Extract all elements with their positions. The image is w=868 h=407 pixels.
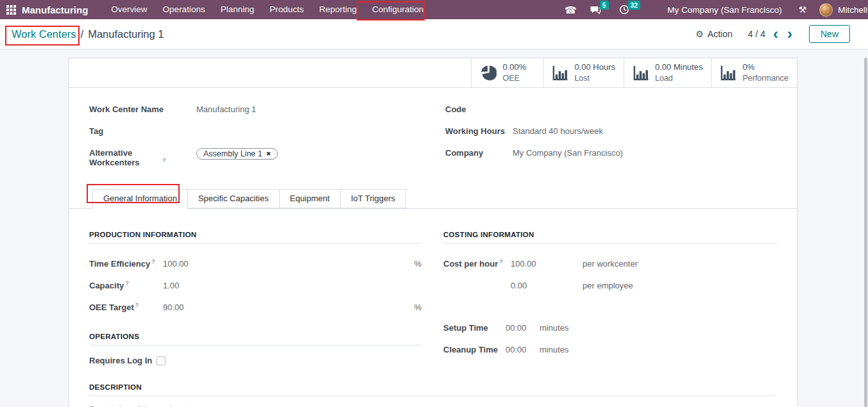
apps-menu-icon[interactable]	[6, 5, 16, 15]
top-navbar: Manufacturing Overview Operations Planni…	[0, 0, 868, 19]
stat-label: Lost	[574, 73, 615, 83]
field-label: Capacity?	[89, 280, 163, 290]
breadcrumb: Work Centers / Manufacturing 1	[12, 28, 164, 40]
field-oee-target: OEE Target? 90.00 %	[89, 301, 421, 313]
breadcrumb-separator: /	[81, 28, 84, 40]
field-label: Cleanup Time	[443, 345, 506, 354]
company-input[interactable]: My Company (San Francisco)	[513, 148, 623, 158]
messages-badge: 5	[600, 1, 609, 10]
pager: 4 / 4 ‹ ›	[748, 29, 794, 39]
setup-time-input[interactable]: 00:00	[506, 323, 540, 333]
menu-reporting[interactable]: Reporting	[311, 0, 364, 19]
section-divider	[89, 345, 421, 345]
requires-log-in-checkbox[interactable]	[157, 356, 166, 365]
field-label: Work Center Name	[89, 104, 196, 114]
form-sheet: 0.00% OEE 0.00 Hours Lost	[69, 58, 797, 407]
notebook-tabs: General Information Specific Capacities …	[69, 189, 797, 209]
menu-operations[interactable]: Operations	[155, 0, 213, 19]
unit-suffix: %	[414, 259, 421, 269]
field-label: Cost per hour?	[443, 258, 511, 269]
description-textarea[interactable]: Description of the work center...	[89, 404, 776, 407]
field-label: Tag	[89, 126, 196, 136]
help-icon: ?	[162, 157, 166, 163]
unit-label: minutes	[540, 345, 569, 354]
stat-button-lost[interactable]: 0.00 Hours Lost	[543, 58, 624, 87]
gear-icon: ⚙	[695, 29, 704, 39]
field-cost-per-employee: 0.00 per employee	[443, 279, 777, 292]
stat-button-oee[interactable]: 0.00% OEE	[471, 58, 543, 87]
operations-heading: OPERATIONS	[89, 333, 421, 340]
help-icon: ?	[499, 258, 503, 265]
field-label: Working Hours	[445, 126, 513, 136]
field-tag: Tag	[89, 126, 423, 140]
working-hours-input[interactable]: Standard 40 hours/week	[513, 126, 603, 136]
stat-button-load[interactable]: 0.00 Minutes Load	[624, 58, 711, 87]
unit-label: per workcenter	[583, 259, 638, 269]
menu-configuration[interactable]: Configuration	[364, 0, 431, 19]
menu-overview[interactable]: Overview	[103, 0, 155, 19]
stat-button-bar: 0.00% OEE 0.00 Hours Lost	[69, 58, 797, 88]
help-icon: ?	[135, 302, 139, 308]
field-time-efficiency: Time Efficiency? 100.00 %	[89, 257, 421, 270]
field-label: Code	[445, 104, 513, 114]
action-label: Action	[708, 29, 733, 39]
field-label: Requires Log In	[89, 356, 157, 365]
control-panel: Work Centers / Manufacturing 1 ⚙ Action …	[0, 19, 868, 49]
menu-planning[interactable]: Planning	[213, 0, 262, 19]
company-switcher[interactable]: My Company (San Francisco)	[667, 5, 782, 15]
activities-clock-icon[interactable]: 32	[619, 4, 642, 15]
work-center-name-input[interactable]: Manufacturing 1	[196, 104, 256, 114]
unit-label: minutes	[540, 323, 569, 333]
tab-iot-triggers[interactable]: IoT Triggers	[341, 189, 406, 208]
bar-chart-icon	[720, 65, 736, 81]
stat-label: Load	[655, 73, 702, 83]
tab-equipment[interactable]: Equipment	[280, 189, 341, 208]
tab-general-information[interactable]: General Information	[92, 189, 188, 209]
stat-button-performance[interactable]: 0% Performance	[711, 58, 797, 87]
pager-previous-icon[interactable]: ‹	[772, 29, 779, 38]
section-divider	[89, 243, 421, 244]
stat-value: 0%	[742, 62, 788, 73]
field-company: Company My Company (San Francisco)	[445, 148, 779, 162]
field-alternative-workcenters: Alternative Workcenters? Assembly Line 1…	[89, 148, 423, 167]
pager-value[interactable]: 4 / 4	[748, 29, 765, 39]
field-label: Company	[445, 148, 513, 158]
app-name[interactable]: Manufacturing	[22, 4, 88, 15]
action-menu-button[interactable]: ⚙ Action	[695, 29, 732, 39]
alternative-workcenter-tag[interactable]: Assembly Line 1 ✖	[196, 148, 278, 160]
production-information-heading: PRODUCTION INFORMATION	[89, 231, 421, 238]
time-efficiency-input[interactable]: 100.00	[163, 259, 414, 269]
user-name[interactable]: Mitchell Admin	[838, 5, 868, 15]
stat-value: 0.00 Minutes	[655, 62, 702, 73]
bar-chart-icon	[552, 65, 568, 81]
cost-per-workcenter-input[interactable]: 100.00	[511, 259, 583, 269]
costing-information-heading: COSTING INFORMATION	[443, 231, 777, 238]
messages-icon[interactable]: 5	[590, 5, 610, 15]
field-cleanup-time: Cleanup Time 00:00 minutes	[443, 343, 777, 356]
field-work-center-name: Work Center Name Manufacturing 1	[89, 104, 423, 118]
pie-chart-icon	[480, 65, 497, 81]
activities-badge: 32	[628, 1, 641, 10]
voip-phone-icon[interactable]: ☎	[565, 5, 577, 15]
vertical-scrollbar[interactable]	[864, 58, 867, 407]
new-button[interactable]: New	[809, 25, 850, 43]
content-area: 0.00% OEE 0.00 Hours Lost	[0, 50, 868, 407]
menu-products[interactable]: Products	[262, 0, 311, 19]
field-code: Code	[445, 104, 779, 118]
field-label: Alternative Workcenters?	[89, 148, 196, 167]
cleanup-time-input[interactable]: 00:00	[506, 345, 540, 354]
unit-label: per employee	[583, 281, 633, 290]
tab-specific-capacities[interactable]: Specific Capacities	[188, 189, 280, 208]
user-avatar[interactable]	[819, 3, 833, 17]
field-label: OEE Target?	[89, 302, 163, 312]
section-divider	[89, 395, 776, 396]
breadcrumb-work-centers[interactable]: Work Centers	[12, 28, 76, 40]
pager-next-icon[interactable]: ›	[786, 29, 794, 38]
bar-chart-icon	[633, 65, 649, 81]
oee-target-input[interactable]: 90.00	[163, 303, 414, 312]
tools-debug-icon[interactable]: ⚒	[799, 5, 807, 14]
cost-per-employee-input[interactable]: 0.00	[511, 281, 583, 290]
field-requires-log-in: Requires Log In	[89, 356, 421, 365]
capacity-input[interactable]: 1.00	[163, 281, 421, 290]
tag-remove-icon[interactable]: ✖	[266, 151, 271, 157]
